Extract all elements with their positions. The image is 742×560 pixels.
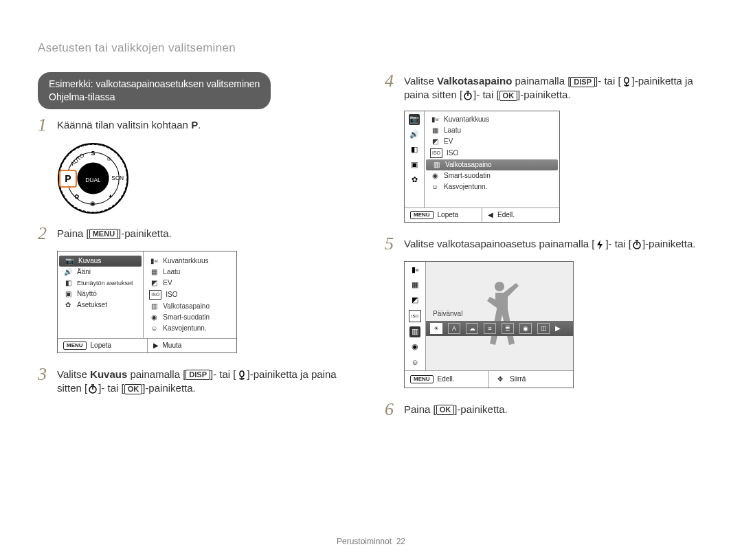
step-text: Paina [OK]-painiketta. [404,401,508,416]
footer-left: MENUEdell. [405,371,488,388]
menu-screenshot-b: 📷 🔊 ◧ ▣ ✿ ▮MKuvantarkkuus ▦Laatu ◩EV ISO… [404,111,560,223]
item-label: Laatu [444,126,461,134]
svg-text:✦: ✦ [108,192,113,200]
text: ]- tai [ [473,89,499,100]
bold-text: Kuvaus [90,368,127,380]
text: ]- tai [ [98,382,124,394]
camera-icon: 📷 [409,114,420,125]
ev-icon: ◩ [149,279,159,287]
gear-icon: ✿ [63,301,73,309]
gear-icon: ✿ [409,175,420,186]
list-item: ▥Valkotasapaino [144,301,236,312]
wb-icon: ▥ [149,302,159,311]
category-strip: 📷 🔊 ◧ ▣ ✿ [405,111,425,208]
ev-icon: ◩ [430,137,440,146]
footer-right: ✥Siirrä [488,371,573,388]
text: Valitse [404,75,437,87]
text: ]-painiketta. [454,403,508,415]
text: painamalla [ [512,75,570,87]
text: Valitse valkotasapainoasetus painamalla … [404,238,594,249]
menu-tab-naytto: ▣Näyttö [58,289,143,300]
wb-cloudy-icon: ☁ [466,323,478,334]
menu-screenshot-c: ▮M ▦ ◩ ISO ▥ ◉ ☺ Päivänval [404,261,574,388]
step-text: Paina [MENU]-painiketta. [57,225,172,240]
footer-page-number: 22 [396,537,405,546]
step-2: 2 Paina [MENU]-painiketta. [38,225,357,243]
step-1: 1 Käännä tilan valitsin kohtaan P. [38,116,357,134]
front-display-icon: ◧ [63,279,73,287]
svg-text:SCN: SCN [111,174,124,181]
camera-icon: 📷 [65,257,74,265]
step-number: 2 [38,225,50,243]
photosize-icon: ▮M [409,265,420,276]
macro-icon [236,370,247,381]
item-label: ISO [166,291,177,298]
list-item-selected: ▥Valkotasapaino [426,159,558,170]
step-text: Valitse valkotasapainoasetus painamalla … [404,235,695,251]
svg-text:☺: ☺ [106,155,112,162]
list-item: ◉Smart-suodatin [425,170,559,181]
mode-p-label: P [191,119,198,131]
menu-screenshot-a: 📷Kuvaus 🔊Ääni ◧Etunäytön asetukset ▣Näyt… [57,251,237,353]
step-3: 3 Valitse Kuvaus painamalla [DISP]- tai … [38,366,357,396]
item-label: EV [444,137,453,145]
text: Valitse [57,368,90,380]
left-arrow-icon: ◀ [488,211,493,219]
menu-right-items: ▮MKuvantarkkuus ▦Laatu ◩EV ISOISO ▥Valko… [144,251,236,338]
list-item: ISOISO [144,289,236,301]
item-label: Kasvojentunn. [444,183,487,190]
item-label: EV [163,279,172,287]
list-item: ◩EV [425,136,559,147]
timer-icon [87,383,98,394]
example-callout: Esimerkki: valkotasapainoasetuksen valit… [38,72,271,109]
menu-tab-etunaytto: ◧Etunäytön asetukset [58,278,143,289]
quality-icon: ▦ [430,126,440,135]
footer-label: Lopeta [91,341,112,349]
list-item: ☺Kasvojentunn. [144,323,236,334]
list-item: ▮MKuvantarkkuus [425,114,559,125]
step-text: Valitse Valkotasapaino painamalla [DISP]… [404,72,704,102]
footer-right: ◀Edell. [482,208,559,222]
item-label: Laatu [163,268,180,276]
flash-icon [594,239,605,250]
wb-option-label: Päivänval [433,310,462,317]
photosize-icon: ▮M [430,115,440,124]
ev-icon: ◩ [409,295,420,306]
list-item: ISOISO [425,147,559,159]
text: Paina [ [57,227,89,239]
content-columns: Esimerkki: valkotasapainoasetuksen valit… [38,72,704,427]
item-label: Valkotasapaino [445,161,492,168]
timer-icon [462,90,473,101]
text: ]- tai [ [595,75,621,87]
footer-right: ▶Muuta [147,339,237,352]
front-display-icon: ◧ [409,144,420,155]
display-icon: ▣ [409,159,420,170]
step-6: 6 Paina [OK]-painiketta. [385,401,704,418]
wb-daylight-icon: ☀ [430,323,442,334]
wb-icon: ▥ [409,326,420,337]
wb-preview-area: Päivänval ☀ A ☁ ≡ ≣ ◉ ◫ ▶ [426,262,573,370]
sound-icon: 🔊 [409,129,420,140]
photosize-icon: ▮M [149,257,159,265]
smart-filter-icon: ◉ [409,341,420,352]
footer-label: Edell. [438,375,455,383]
item-label: Kuvantarkkuus [444,115,489,123]
text: Käännä tilan valitsin kohtaan [57,119,191,131]
tab-label: Etunäytön asetukset [77,280,133,287]
text: Paina [ [404,403,436,415]
list-item: ▦Laatu [425,125,559,136]
step-text: Valitse Kuvaus painamalla [DISP]- tai []… [57,366,357,396]
face-off-icon: ☺ [149,324,159,333]
text: ]-painiketta. [142,382,196,394]
footer-label: Lopeta [438,211,459,219]
ok-key: OK [124,384,143,394]
ok-key: OK [499,91,518,101]
item-label: ISO [447,149,458,157]
mode-dial-illustration: DUAL S AUTO ☺ SCN ✦ ◉ ✿ P [57,142,129,214]
step-4: 4 Valitse Valkotasapaino painamalla [DIS… [385,72,704,102]
disp-key: DISP [570,77,595,87]
panel-footer: MENUEdell. ✥Siirrä [405,370,573,388]
text: ]-painiketta. [118,227,172,239]
text: ]-painiketta. [642,238,696,249]
tab-label: Kuvaus [78,257,101,265]
